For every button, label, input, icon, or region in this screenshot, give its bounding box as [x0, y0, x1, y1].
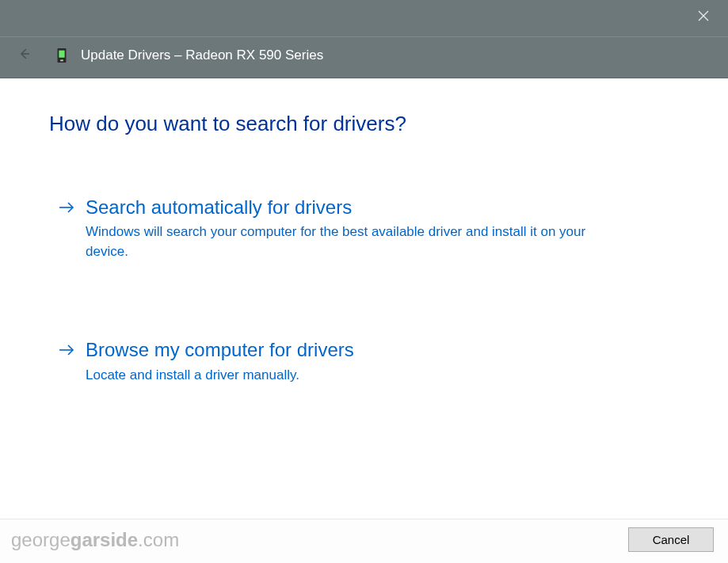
window-title: Update Drivers – Radeon RX 590 Series	[81, 48, 323, 63]
watermark-part1: george	[11, 529, 71, 550]
option-search-automatically[interactable]: Search automatically for drivers Windows…	[49, 190, 612, 266]
window-titlebar	[0, 0, 728, 36]
close-icon[interactable]	[693, 5, 714, 29]
cancel-button[interactable]: Cancel	[628, 527, 714, 552]
device-icon	[55, 48, 68, 63]
watermark-part3: .com	[138, 529, 179, 550]
option-title: Search automatically for drivers	[86, 195, 608, 219]
arrow-right-icon	[59, 339, 74, 363]
wizard-content: How do you want to search for drivers? S…	[0, 78, 728, 390]
option-title: Browse my computer for drivers	[86, 337, 608, 362]
arrow-right-icon	[59, 196, 74, 221]
option-browse-computer[interactable]: Browse my computer for drivers Locate an…	[49, 333, 612, 390]
page-heading: How do you want to search for drivers?	[49, 112, 679, 136]
back-arrow-icon	[14, 45, 35, 65]
wizard-footer: georgegarside.com Cancel	[0, 519, 728, 563]
svg-rect-5	[60, 59, 63, 61]
option-description: Windows will search your computer for th…	[86, 223, 608, 261]
watermark: georgegarside.com	[11, 529, 179, 551]
svg-rect-4	[59, 50, 64, 57]
wizard-header: Update Drivers – Radeon RX 590 Series	[0, 36, 728, 78]
option-description: Locate and install a driver manually.	[86, 366, 608, 386]
watermark-part2: garside	[71, 529, 138, 550]
